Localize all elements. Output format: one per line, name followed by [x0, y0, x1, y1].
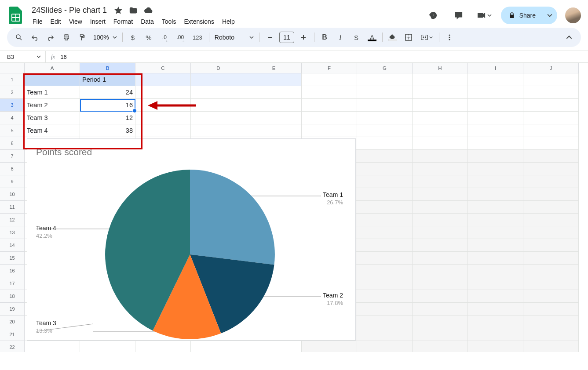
- cell-G5[interactable]: [357, 124, 413, 137]
- cell-G1[interactable]: [357, 73, 413, 86]
- cell-J10[interactable]: [523, 188, 579, 201]
- formula-bar[interactable]: 16: [60, 54, 66, 60]
- cell-B4[interactable]: 12: [80, 112, 135, 124]
- cell-J19[interactable]: [523, 303, 579, 316]
- number-format-button[interactable]: 123: [189, 30, 206, 45]
- font-family-select[interactable]: Roboto: [212, 30, 256, 45]
- more-toolbar-button[interactable]: [442, 30, 457, 45]
- row-header-6[interactable]: 6: [0, 137, 25, 150]
- row-header-21[interactable]: 21: [0, 328, 25, 341]
- undo-button[interactable]: [27, 30, 42, 45]
- cell-G15[interactable]: [357, 252, 413, 265]
- cell-D1[interactable]: [191, 73, 246, 86]
- account-avatar[interactable]: [565, 7, 581, 23]
- cell-B1[interactable]: Period 1: [80, 73, 135, 86]
- row-header-22[interactable]: 22: [0, 341, 25, 352]
- cell-H9[interactable]: [413, 175, 468, 188]
- font-size-input[interactable]: 11: [279, 32, 294, 43]
- cell-H22[interactable]: [413, 341, 468, 352]
- select-all-corner[interactable]: [0, 63, 25, 73]
- cell-G22[interactable]: [357, 341, 413, 352]
- cell-J18[interactable]: [523, 290, 579, 303]
- cell-G2[interactable]: [357, 86, 413, 99]
- menu-extensions[interactable]: Extensions: [180, 16, 217, 27]
- row-header-16[interactable]: 16: [0, 265, 25, 277]
- cell-J1[interactable]: [523, 73, 579, 86]
- row-header-13[interactable]: 13: [0, 226, 25, 239]
- cell-J7[interactable]: [523, 150, 579, 163]
- cell-I7[interactable]: [468, 150, 523, 163]
- col-header-J[interactable]: J: [523, 63, 579, 73]
- cell-C3[interactable]: [135, 99, 191, 112]
- cell-I13[interactable]: [468, 226, 523, 239]
- doc-title[interactable]: 24Slides - Pie chart 1: [29, 5, 110, 15]
- cell-J5[interactable]: [523, 124, 579, 137]
- cell-H15[interactable]: [413, 252, 468, 265]
- cell-J15[interactable]: [523, 252, 579, 265]
- col-header-F[interactable]: F: [302, 63, 357, 73]
- name-box[interactable]: B3: [0, 51, 46, 62]
- cell-I5[interactable]: [468, 124, 523, 137]
- menu-file[interactable]: File: [29, 16, 46, 27]
- cell-I21[interactable]: [468, 328, 523, 341]
- cell-H5[interactable]: [413, 124, 468, 137]
- cell-J21[interactable]: [523, 328, 579, 341]
- cell-G21[interactable]: [357, 328, 413, 341]
- cell-D4[interactable]: [191, 112, 246, 124]
- col-header-I[interactable]: I: [468, 63, 523, 73]
- strikethrough-button[interactable]: S: [349, 30, 364, 45]
- cell-J17[interactable]: [523, 277, 579, 290]
- share-dropdown[interactable]: [542, 7, 557, 24]
- redo-button[interactable]: [43, 30, 58, 45]
- row-header-19[interactable]: 19: [0, 303, 25, 316]
- cell-D3[interactable]: [191, 99, 246, 112]
- cell-H6[interactable]: [413, 137, 468, 150]
- col-header-H[interactable]: H: [413, 63, 468, 73]
- col-header-C[interactable]: C: [135, 63, 191, 73]
- cell-E4[interactable]: [246, 112, 302, 124]
- cell-E2[interactable]: [246, 86, 302, 99]
- cell-E5[interactable]: [246, 124, 302, 137]
- cell-D5[interactable]: [191, 124, 246, 137]
- cell-A4[interactable]: Team 3: [25, 112, 80, 124]
- col-header-B[interactable]: B: [80, 63, 135, 73]
- row-header-14[interactable]: 14: [0, 239, 25, 252]
- cell-J12[interactable]: [523, 214, 579, 226]
- cell-C1[interactable]: [135, 73, 191, 86]
- zoom-select[interactable]: 100%: [91, 30, 120, 45]
- cell-G8[interactable]: [357, 163, 413, 175]
- row-header-8[interactable]: 8: [0, 163, 25, 175]
- menu-help[interactable]: Help: [219, 16, 238, 27]
- cell-G14[interactable]: [357, 239, 413, 252]
- cell-J9[interactable]: [523, 175, 579, 188]
- cell-J2[interactable]: [523, 86, 579, 99]
- cell-F22[interactable]: [302, 341, 357, 352]
- cell-J13[interactable]: [523, 226, 579, 239]
- cell-G18[interactable]: [357, 290, 413, 303]
- decrease-decimal-button[interactable]: .0←: [157, 30, 172, 45]
- cell-E1[interactable]: [246, 73, 302, 86]
- cell-H7[interactable]: [413, 150, 468, 163]
- row-header-18[interactable]: 18: [0, 290, 25, 303]
- cell-C5[interactable]: [135, 124, 191, 137]
- cell-D2[interactable]: [191, 86, 246, 99]
- bold-button[interactable]: B: [317, 30, 332, 45]
- cell-C2[interactable]: [135, 86, 191, 99]
- row-header-10[interactable]: 10: [0, 188, 25, 201]
- cell-J4[interactable]: [523, 112, 579, 124]
- cell-G3[interactable]: [357, 99, 413, 112]
- cell-C4[interactable]: [135, 112, 191, 124]
- sheets-logo[interactable]: [7, 7, 25, 24]
- cell-J16[interactable]: [523, 265, 579, 277]
- cell-H19[interactable]: [413, 303, 468, 316]
- cell-H11[interactable]: [413, 201, 468, 214]
- row-header-12[interactable]: 12: [0, 214, 25, 226]
- cell-B2[interactable]: 24: [80, 86, 135, 99]
- col-header-D[interactable]: D: [191, 63, 246, 73]
- fill-color-button[interactable]: [385, 30, 400, 45]
- cell-J6[interactable]: [523, 137, 579, 150]
- menu-tools[interactable]: Tools: [158, 16, 180, 27]
- cell-I10[interactable]: [468, 188, 523, 201]
- cell-G19[interactable]: [357, 303, 413, 316]
- cell-J22[interactable]: [523, 341, 579, 352]
